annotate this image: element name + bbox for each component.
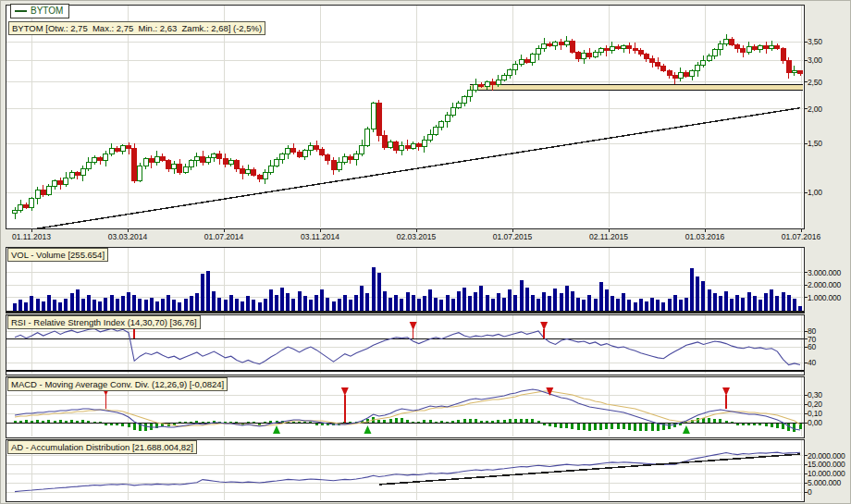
- volume-bar: [553, 289, 557, 311]
- y-axis-tick-label: 0,00: [808, 418, 851, 427]
- y-axis-tick-label: 2.000.000: [808, 280, 851, 289]
- panel-main[interactable]: [6, 5, 808, 232]
- volume-bar: [787, 295, 791, 311]
- volume-bar: [264, 299, 267, 311]
- macd-histogram-bar: [457, 420, 460, 423]
- macd-histogram-bar: [54, 421, 56, 423]
- macd-histogram-bar: [19, 421, 22, 423]
- candle-up: [746, 47, 751, 52]
- macd-panel-label: MACD - Moving Average Conv. Div. (12,26,…: [7, 377, 228, 391]
- macd-histogram-bar: [765, 424, 768, 426]
- volume-bar: [798, 306, 802, 311]
- volume-bar: [127, 292, 130, 311]
- macd-histogram-bar: [229, 422, 232, 424]
- candle-up: [337, 163, 341, 169]
- candle-up: [64, 178, 68, 184]
- macd-histogram-bar: [771, 424, 773, 427]
- candle-down: [752, 47, 757, 50]
- volume-bar: [428, 289, 432, 311]
- macd-histogram-bar: [76, 421, 79, 423]
- volume-bar: [144, 300, 148, 311]
- y-axis-tick-label: 5.000.000: [808, 478, 851, 487]
- macd-histogram-bar: [463, 419, 466, 423]
- candle-up: [428, 134, 433, 140]
- series-legend: BYTOM: [10, 4, 69, 18]
- candle-down: [314, 146, 319, 150]
- candle-down: [604, 49, 609, 51]
- volume-bar: [161, 299, 165, 311]
- y-axis-tick-label: 1,00: [808, 188, 851, 197]
- volume-bar: [713, 293, 717, 311]
- candle-down: [166, 161, 171, 168]
- volume-bar: [291, 299, 295, 311]
- volume-bar: [201, 274, 204, 311]
- x-axis-date-label: 01.11.2013: [2, 232, 61, 241]
- candle-up: [508, 69, 512, 75]
- macd-histogram-bar: [491, 421, 494, 423]
- candle-down: [297, 152, 302, 156]
- candle-down: [781, 49, 785, 60]
- macd-histogram-bar: [480, 421, 483, 423]
- panel-volume[interactable]: [6, 247, 808, 313]
- macd-histogram-bar: [605, 424, 608, 429]
- candle-up: [530, 55, 535, 63]
- volume-bar: [235, 299, 239, 311]
- candle-up: [360, 145, 364, 154]
- macd-histogram-bar: [406, 420, 409, 423]
- volume-bar: [53, 300, 56, 311]
- macd-histogram-bar: [537, 421, 540, 423]
- y-axis-tick-label: 3,00: [808, 55, 851, 65]
- candle-up: [542, 43, 547, 49]
- candle-down: [98, 158, 103, 161]
- chart-canvas[interactable]: [1, 1, 851, 504]
- macd-histogram-bar: [747, 424, 750, 425]
- macd-histogram-bar: [549, 424, 551, 426]
- candle-down: [320, 150, 325, 155]
- rsi-panel-label: RSI - Relative Strength Index (14,30,70)…: [7, 315, 201, 329]
- plot-background: [6, 5, 804, 228]
- candle-up: [189, 161, 193, 166]
- volume-bar: [64, 299, 68, 311]
- macd-histogram-bar: [207, 422, 210, 424]
- candle-down: [178, 165, 182, 173]
- volume-bar: [513, 295, 517, 311]
- volume-bar: [184, 299, 188, 311]
- candle-down: [376, 104, 381, 136]
- volume-bar: [81, 299, 85, 311]
- macd-histogram-bar: [599, 424, 602, 430]
- candle-up: [143, 159, 148, 166]
- macd-histogram-bar: [713, 419, 716, 423]
- volume-bar: [332, 301, 336, 311]
- candle-up: [445, 116, 450, 122]
- y-axis-tick-label: 3,50: [808, 37, 851, 46]
- series-color-sample-icon: [15, 10, 27, 12]
- candle-up: [35, 190, 40, 198]
- macd-histogram-bar: [412, 422, 414, 424]
- candle-down: [730, 39, 734, 44]
- x-axis-date-label: 01.03.2016: [675, 232, 734, 241]
- candle-up: [712, 50, 717, 55]
- volume-bar: [309, 300, 313, 311]
- macd-histogram-bar: [31, 421, 33, 423]
- candle-up: [718, 43, 722, 50]
- volume-bar: [525, 288, 529, 311]
- volume-bar: [138, 299, 142, 311]
- y-axis-tick-label: 0,30: [808, 390, 851, 400]
- macd-histogram-bar: [133, 424, 136, 430]
- macd-histogram-bar: [93, 422, 96, 424]
- macd-histogram-bar: [224, 422, 227, 424]
- macd-histogram-bar: [81, 420, 84, 423]
- volume-bar: [451, 299, 455, 311]
- volume-bar: [70, 293, 74, 311]
- volume-bar: [252, 300, 255, 311]
- macd-histogram-bar: [395, 418, 398, 423]
- macd-histogram-bar: [389, 419, 392, 423]
- macd-histogram-bar: [377, 420, 380, 423]
- volume-bar: [735, 295, 739, 311]
- candle-up: [302, 150, 307, 156]
- volume-bar: [13, 303, 17, 311]
- candle-down: [132, 149, 137, 181]
- volume-bar: [47, 295, 51, 311]
- y-axis-tick-label: 20.000.000: [808, 451, 851, 461]
- candle-down: [326, 154, 330, 161]
